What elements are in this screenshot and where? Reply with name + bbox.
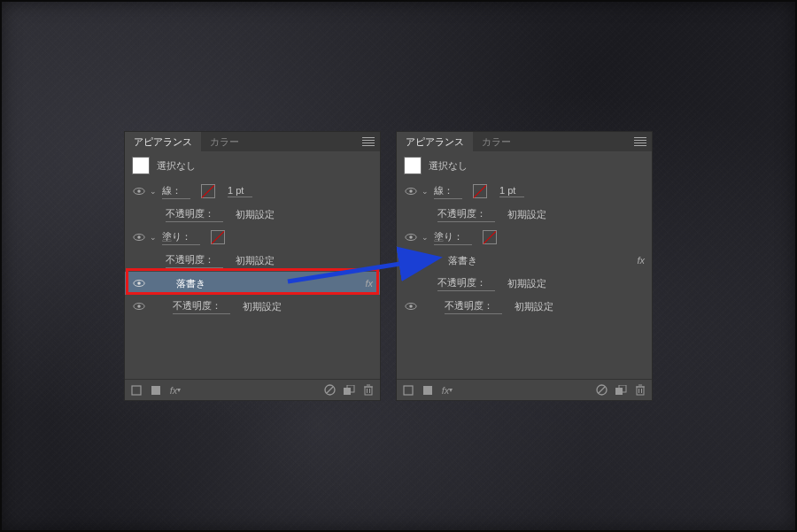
opacity-value: 初期設定 <box>507 277 546 290</box>
new-stroke-icon[interactable] <box>402 384 414 397</box>
appearance-panel-left: アピアランス カラー 選択なし ⌄ 線： 1 pt 不透明度： 初期設定 ⌄ 塗… <box>124 131 381 401</box>
visibility-icon[interactable] <box>133 233 145 242</box>
effect-label: 落書き <box>176 277 205 290</box>
thumbnail-swatch[interactable] <box>404 157 422 174</box>
svg-point-22 <box>409 235 413 239</box>
opacity-label: 不透明度： <box>437 207 495 222</box>
trash-icon[interactable] <box>634 384 646 397</box>
chevron-down-icon[interactable]: ⌄ <box>148 187 159 196</box>
new-fill-icon[interactable] <box>422 384 434 397</box>
stroke-label[interactable]: 線： <box>162 184 190 199</box>
effect-label: 落書き <box>448 254 477 267</box>
chevron-down-icon[interactable]: ⌄ <box>420 187 430 196</box>
opacity-label: 不透明度： <box>166 207 223 222</box>
tabs-bar: アピアランス カラー <box>397 132 652 151</box>
new-stroke-icon[interactable] <box>130 384 143 397</box>
fx-menu-icon[interactable]: fx▾ <box>441 384 453 397</box>
thumbnail-swatch[interactable] <box>132 157 150 174</box>
stroke-row[interactable]: ⌄ 線： 1 pt <box>397 180 652 203</box>
fx-indicator[interactable]: fx <box>365 278 373 289</box>
svg-rect-9 <box>151 386 160 395</box>
clear-icon[interactable] <box>595 384 607 397</box>
svg-rect-14 <box>365 387 372 395</box>
visibility-icon[interactable] <box>133 187 145 196</box>
stroke-label[interactable]: 線： <box>434 184 462 199</box>
svg-rect-8 <box>132 386 141 395</box>
svg-point-7 <box>137 305 141 308</box>
svg-point-5 <box>137 281 141 285</box>
visibility-icon[interactable] <box>133 279 145 288</box>
visibility-icon[interactable] <box>133 302 145 311</box>
opacity-label: 不透明度： <box>166 253 223 268</box>
stroke-opacity-row[interactable]: 不透明度： 初期設定 <box>125 203 380 226</box>
stroke-weight[interactable]: 1 pt <box>228 185 252 197</box>
fill-row[interactable]: ⌄ 塗り： <box>125 226 380 249</box>
stroke-row[interactable]: ⌄ 線： 1 pt <box>125 180 380 203</box>
new-fill-icon[interactable] <box>150 384 162 397</box>
tab-color[interactable]: カラー <box>473 132 520 151</box>
tab-appearance[interactable]: アピアランス <box>125 132 201 151</box>
appearance-panel-right: アピアランス カラー 選択なし ⌄ 線： 1 pt 不透明度： 初期設定 ⌄ 塗… <box>396 131 653 401</box>
svg-rect-26 <box>423 386 432 395</box>
svg-point-1 <box>137 189 141 193</box>
fill-row[interactable]: ⌄ 塗り： <box>397 226 652 249</box>
chevron-down-icon[interactable]: ⌄ <box>148 233 159 242</box>
scribble-effect-row[interactable]: 落書き fx <box>125 272 380 295</box>
fill-label[interactable]: 塗り： <box>434 230 472 245</box>
opacity-value: 初期設定 <box>236 254 275 267</box>
panel-footer: fx▾ <box>125 379 380 400</box>
opacity-value: 初期設定 <box>507 208 546 221</box>
panel-menu-icon[interactable] <box>362 135 375 148</box>
tab-color[interactable]: カラー <box>201 132 248 151</box>
scribble-effect-row[interactable]: 落書き fx <box>397 249 652 272</box>
trash-icon[interactable] <box>362 384 375 397</box>
tab-appearance[interactable]: アピアランス <box>397 132 473 151</box>
opacity-value: 初期設定 <box>236 208 275 221</box>
selection-label: 選択なし <box>429 159 468 173</box>
clear-icon[interactable] <box>323 384 336 397</box>
svg-point-20 <box>409 189 413 193</box>
visibility-icon[interactable] <box>405 302 417 311</box>
stroke-swatch[interactable] <box>201 184 215 198</box>
base-opacity-row[interactable]: 不透明度： 初期設定 <box>397 295 652 318</box>
opacity-value: 初期設定 <box>243 300 282 313</box>
duplicate-icon[interactable] <box>343 384 355 397</box>
panel-menu-icon[interactable] <box>634 135 646 148</box>
stroke-swatch[interactable] <box>473 184 487 198</box>
svg-line-28 <box>599 387 605 393</box>
fill-swatch[interactable] <box>211 230 225 244</box>
svg-rect-31 <box>637 387 644 395</box>
opacity-label: 不透明度： <box>173 299 230 314</box>
selection-label: 選択なし <box>157 159 196 173</box>
opacity-value: 初期設定 <box>515 300 553 313</box>
fx-menu-icon[interactable]: fx▾ <box>169 384 182 397</box>
opacity-label: 不透明度： <box>445 299 502 314</box>
fill-swatch[interactable] <box>483 230 497 244</box>
fill-label[interactable]: 塗り： <box>162 230 200 245</box>
svg-point-24 <box>409 305 413 308</box>
tabs-bar: アピアランス カラー <box>125 132 380 151</box>
stroke-weight[interactable]: 1 pt <box>499 185 524 197</box>
fill-opacity-row[interactable]: 不透明度： 初期設定 <box>125 249 380 272</box>
chevron-down-icon[interactable]: ⌄ <box>420 233 430 242</box>
selection-header: 選択なし <box>125 151 380 180</box>
opacity-label: 不透明度： <box>437 276 495 291</box>
base-opacity-row[interactable]: 不透明度： 初期設定 <box>125 295 380 318</box>
panel-footer: fx▾ <box>397 379 652 400</box>
fx-indicator[interactable]: fx <box>637 255 645 266</box>
visibility-icon[interactable] <box>405 233 417 242</box>
svg-point-3 <box>137 235 141 239</box>
fill-opacity-row[interactable]: 不透明度： 初期設定 <box>397 272 652 295</box>
svg-line-11 <box>327 387 333 393</box>
selection-header: 選択なし <box>397 151 652 180</box>
visibility-icon[interactable] <box>405 187 417 196</box>
duplicate-icon[interactable] <box>615 384 627 397</box>
stroke-opacity-row[interactable]: 不透明度： 初期設定 <box>397 203 652 226</box>
svg-rect-25 <box>404 386 413 395</box>
